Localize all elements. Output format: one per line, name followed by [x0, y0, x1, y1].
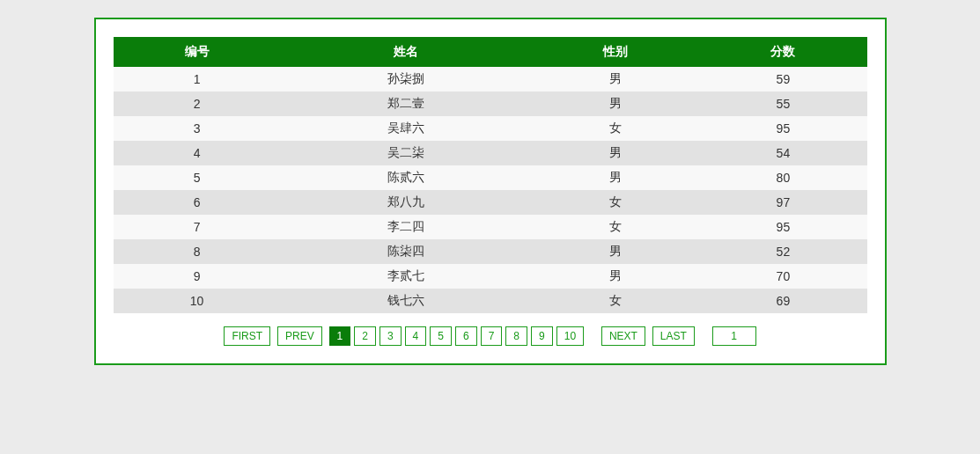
cell-name: 李贰七: [281, 264, 532, 289]
page-button-3[interactable]: 3: [379, 326, 402, 346]
page-button-10[interactable]: 10: [556, 326, 584, 346]
table-row: 8陈柒四男52: [114, 239, 867, 264]
cell-name: 孙柒捌: [281, 67, 532, 92]
cell-name: 钱七六: [281, 289, 532, 313]
cell-score: 95: [699, 215, 866, 239]
table-header-row: 编号 姓名 性别 分数: [114, 37, 867, 67]
first-button[interactable]: FIRST: [224, 326, 270, 346]
cell-gender: 男: [532, 67, 699, 92]
data-table: 编号 姓名 性别 分数 1孙柒捌男592郑二壹男553吴肆六女954吴二柒男54…: [114, 37, 867, 313]
page-button-8[interactable]: 8: [505, 326, 527, 346]
cell-gender: 男: [532, 141, 699, 165]
last-button[interactable]: LAST: [652, 326, 695, 346]
page-button-9[interactable]: 9: [531, 326, 553, 346]
prev-button[interactable]: PREV: [277, 326, 322, 346]
header-name: 姓名: [281, 37, 532, 67]
cell-gender: 女: [532, 116, 699, 141]
cell-score: 80: [699, 165, 866, 190]
cell-id: 5: [114, 165, 281, 190]
cell-gender: 女: [532, 289, 699, 313]
cell-id: 3: [114, 116, 281, 141]
cell-id: 4: [114, 141, 281, 165]
cell-score: 54: [699, 141, 866, 165]
header-score: 分数: [699, 37, 866, 67]
cell-id: 7: [114, 215, 281, 239]
pagination: FIRST PREV 12345678910 NEXT LAST: [114, 326, 867, 346]
cell-score: 55: [699, 92, 866, 116]
cell-score: 70: [699, 264, 866, 289]
page-button-7[interactable]: 7: [481, 326, 503, 346]
cell-id: 10: [114, 289, 281, 313]
table-row: 3吴肆六女95: [114, 116, 867, 141]
cell-gender: 男: [532, 165, 699, 190]
table-row: 1孙柒捌男59: [114, 67, 867, 92]
cell-score: 95: [699, 116, 866, 141]
table-row: 9李贰七男70: [114, 264, 867, 289]
table-row: 6郑八九女97: [114, 190, 867, 215]
cell-name: 李二四: [281, 215, 532, 239]
cell-score: 69: [699, 289, 866, 313]
header-id: 编号: [114, 37, 281, 67]
cell-id: 9: [114, 264, 281, 289]
table-row: 2郑二壹男55: [114, 92, 867, 116]
main-container: 编号 姓名 性别 分数 1孙柒捌男592郑二壹男553吴肆六女954吴二柒男54…: [94, 18, 887, 365]
cell-name: 郑八九: [281, 190, 532, 215]
cell-score: 52: [699, 239, 866, 264]
cell-name: 陈贰六: [281, 165, 532, 190]
cell-score: 97: [699, 190, 866, 215]
header-gender: 性别: [532, 37, 699, 67]
page-button-1[interactable]: 1: [329, 326, 351, 346]
cell-gender: 女: [532, 215, 699, 239]
table-row: 5陈贰六男80: [114, 165, 867, 190]
table-row: 4吴二柒男54: [114, 141, 867, 165]
cell-gender: 女: [532, 190, 699, 215]
cell-name: 吴肆六: [281, 116, 532, 141]
cell-id: 6: [114, 190, 281, 215]
cell-gender: 男: [532, 264, 699, 289]
cell-id: 1: [114, 67, 281, 92]
page-input[interactable]: [712, 326, 756, 346]
table-row: 10钱七六女69: [114, 289, 867, 313]
cell-score: 59: [699, 67, 866, 92]
cell-id: 8: [114, 239, 281, 264]
page-button-5[interactable]: 5: [430, 326, 452, 346]
next-button[interactable]: NEXT: [601, 326, 645, 346]
cell-name: 郑二壹: [281, 92, 532, 116]
cell-gender: 男: [532, 239, 699, 264]
table-row: 7李二四女95: [114, 215, 867, 239]
page-button-6[interactable]: 6: [455, 326, 477, 346]
cell-id: 2: [114, 92, 281, 116]
cell-name: 陈柒四: [281, 239, 532, 264]
page-button-4[interactable]: 4: [405, 326, 427, 346]
cell-gender: 男: [532, 92, 699, 116]
page-button-2[interactable]: 2: [354, 326, 376, 346]
cell-name: 吴二柒: [281, 141, 532, 165]
